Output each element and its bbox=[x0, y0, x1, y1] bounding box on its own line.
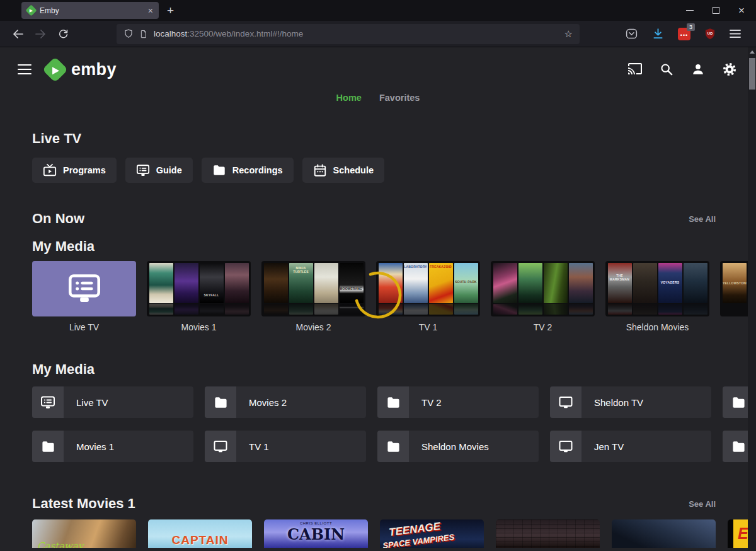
recordings-label: Recordings bbox=[232, 165, 283, 175]
poster-text: E bbox=[738, 525, 748, 543]
movie-poster[interactable] bbox=[496, 519, 600, 548]
tab-favorites[interactable]: Favorites bbox=[379, 93, 420, 105]
card-live-tv[interactable]: Live TV bbox=[32, 386, 193, 418]
poster-text: Castaway bbox=[37, 540, 83, 548]
search-icon[interactable] bbox=[658, 62, 674, 78]
recordings-button[interactable]: Recordings bbox=[202, 158, 294, 183]
on-now-header: On Now See All bbox=[0, 211, 756, 227]
back-button[interactable] bbox=[8, 25, 27, 44]
scrollbar-up-arrow[interactable] bbox=[750, 50, 755, 54]
cast-icon[interactable] bbox=[627, 62, 643, 78]
forward-button[interactable] bbox=[31, 25, 50, 44]
guide-button[interactable]: Guide bbox=[125, 158, 193, 183]
url-text[interactable]: localhost:32500/web/index.html#!/home bbox=[154, 29, 559, 38]
collage: NINJA TURTLES BOOMERANG bbox=[261, 261, 365, 316]
tile-sheldon-movies[interactable]: THE MARKSMAN VOYAGERS Sheldon Movies bbox=[605, 261, 709, 332]
collage: SKYFALL bbox=[147, 261, 251, 316]
tab-close-icon[interactable]: × bbox=[148, 6, 153, 15]
poster-thumb bbox=[493, 263, 517, 303]
url-path: :32500/web/index.html#!/home bbox=[187, 29, 303, 38]
tv-guide-icon bbox=[65, 273, 104, 304]
movie-poster[interactable]: Castaway bbox=[32, 519, 136, 548]
shield-icon[interactable] bbox=[123, 28, 134, 39]
browser-tab[interactable]: Emby × bbox=[21, 2, 159, 19]
poster-thumb bbox=[264, 263, 288, 303]
on-now-see-all-link[interactable]: See All bbox=[689, 214, 716, 224]
poster-thumb bbox=[175, 263, 198, 303]
latest-movies-see-all-link[interactable]: See All bbox=[689, 499, 716, 509]
live-tv-icon bbox=[43, 163, 57, 177]
card-sheldon-movies[interactable]: Sheldon Movies bbox=[377, 431, 539, 462]
tv-icon bbox=[550, 431, 581, 462]
folder-icon bbox=[205, 386, 236, 418]
menu-icon[interactable] bbox=[730, 29, 741, 38]
schedule-button[interactable]: Schedule bbox=[302, 158, 384, 183]
movie-poster[interactable] bbox=[612, 519, 716, 548]
movie-poster[interactable]: TEENAGE SPACE VAMPIRES bbox=[380, 519, 484, 548]
tile-movies-2[interactable]: NINJA TURTLES BOOMERANG Movies 2 bbox=[261, 261, 365, 332]
browser-tab-strip: Emby × + × bbox=[0, 0, 756, 21]
tile-live-tv[interactable]: Live TV bbox=[32, 261, 136, 332]
poster-thumb bbox=[314, 263, 338, 303]
url-host: localhost bbox=[154, 29, 187, 38]
adblock-shield-icon[interactable]: UO bbox=[704, 27, 716, 40]
poster-thumb bbox=[149, 263, 173, 303]
tab-title: Emby bbox=[40, 6, 144, 15]
programs-button[interactable]: Programs bbox=[32, 158, 117, 183]
poster-thumb bbox=[225, 263, 249, 303]
page-scrollbar[interactable] bbox=[748, 47, 756, 550]
card-label: Sheldon Movies bbox=[421, 441, 489, 452]
bookmark-star-icon[interactable]: ☆ bbox=[564, 28, 573, 40]
card-tv-1[interactable]: TV 1 bbox=[205, 431, 366, 462]
page-icon[interactable] bbox=[139, 29, 148, 39]
extension-badge: 3 bbox=[687, 23, 695, 31]
reload-button[interactable] bbox=[54, 25, 72, 44]
tile-tv-2[interactable]: TV 2 bbox=[491, 261, 595, 332]
tile-label: Sheldon Movies bbox=[605, 322, 709, 332]
maximize-button[interactable] bbox=[713, 7, 719, 14]
card-tv-2[interactable]: TV 2 bbox=[377, 386, 539, 418]
page-tabs: Home Favorites bbox=[0, 93, 756, 105]
my-media-list-title: My Media bbox=[0, 361, 756, 378]
password-manager-dots: ••• bbox=[680, 33, 688, 38]
card-label: TV 1 bbox=[249, 441, 269, 452]
emby-header: emby bbox=[0, 47, 756, 91]
live-tv-buttons: Programs Guide Recordings Schedule bbox=[0, 158, 756, 183]
scrollbar-thumb[interactable] bbox=[749, 58, 755, 90]
poster-thumb: VOYAGERS bbox=[658, 263, 682, 303]
minimize-button[interactable] bbox=[686, 10, 694, 11]
tile-movies-1[interactable]: SKYFALL Movies 1 bbox=[147, 261, 251, 332]
cards-row-1: Live TV Movies 2 TV 2 Sheldon TV bbox=[32, 386, 756, 418]
movie-poster[interactable]: CAPTAIN bbox=[148, 519, 252, 548]
url-bar[interactable]: localhost:32500/web/index.html#!/home ☆ bbox=[117, 24, 580, 44]
emby-page: emby Home Favorites Live TV Programs bbox=[0, 47, 756, 550]
my-media-cards: Live TV Movies 2 TV 2 Sheldon TV bbox=[0, 386, 756, 462]
card-sheldon-tv[interactable]: Sheldon TV bbox=[550, 386, 711, 418]
hamburger-menu-icon[interactable] bbox=[18, 64, 32, 74]
tv-icon bbox=[550, 386, 581, 418]
pocket-icon[interactable] bbox=[625, 27, 638, 40]
card-movies-1[interactable]: Movies 1 bbox=[32, 431, 193, 462]
tile-label: TV 2 bbox=[491, 322, 595, 332]
tile-label: Movies 1 bbox=[147, 322, 251, 332]
live-tv-section-title: Live TV bbox=[0, 130, 756, 147]
download-icon[interactable] bbox=[651, 27, 665, 40]
poster-thumb: YELLOWSTONE bbox=[723, 263, 747, 303]
collage bbox=[491, 261, 595, 316]
card-movies-2[interactable]: Movies 2 bbox=[205, 386, 366, 418]
movie-poster[interactable]: CHRIS ELLIOTT CABIN bbox=[264, 519, 368, 548]
password-manager-icon[interactable]: ••• 3 bbox=[678, 28, 690, 40]
poster-art bbox=[496, 519, 600, 548]
card-label: Movies 2 bbox=[249, 397, 287, 408]
user-icon[interactable] bbox=[690, 62, 706, 78]
new-tab-button[interactable]: + bbox=[167, 4, 174, 18]
tile-label: Movies 2 bbox=[261, 322, 365, 332]
close-button[interactable]: × bbox=[738, 5, 745, 16]
settings-gear-icon[interactable] bbox=[721, 62, 737, 78]
browser-toolbar: localhost:32500/web/index.html#!/home ☆ … bbox=[0, 21, 756, 47]
emby-logo[interactable]: emby bbox=[46, 60, 117, 79]
tab-home[interactable]: Home bbox=[336, 93, 362, 105]
card-label: Jen TV bbox=[594, 441, 624, 452]
poster-thumb: SOUTH PARK bbox=[454, 263, 478, 303]
card-jen-tv[interactable]: Jen TV bbox=[550, 431, 711, 462]
